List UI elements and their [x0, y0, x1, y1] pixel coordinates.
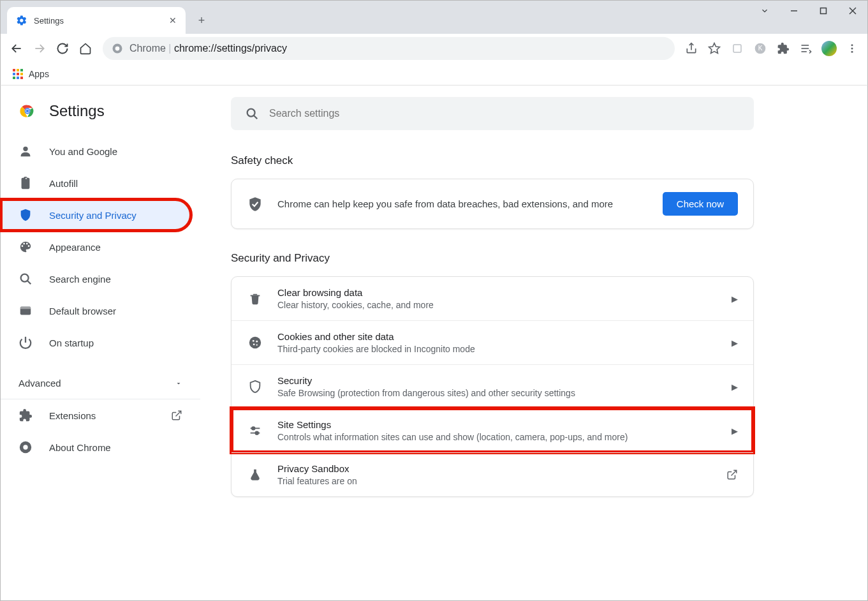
- chevron-down-icon[interactable]: [750, 1, 779, 21]
- svg-line-34: [27, 281, 31, 284]
- row-subtitle: Controls what information sites can use …: [277, 432, 717, 442]
- svg-point-16: [851, 44, 853, 46]
- svg-point-7: [115, 46, 120, 50]
- svg-point-33: [21, 274, 29, 282]
- new-tab-button[interactable]: +: [192, 11, 211, 30]
- row-site-settings[interactable]: Site SettingsControls what information s…: [232, 408, 753, 452]
- main-content: Safety check Chrome can help keep you sa…: [200, 85, 867, 600]
- window-close-button[interactable]: [838, 1, 867, 21]
- advanced-label: Advanced: [18, 378, 61, 389]
- svg-rect-27: [20, 77, 23, 79]
- row-title: Security: [277, 375, 717, 386]
- sidebar-item-default-browser[interactable]: Default browser: [1, 295, 191, 327]
- sidebar-item-label: You and Google: [49, 146, 117, 157]
- gear-icon: [16, 15, 27, 26]
- svg-line-54: [732, 470, 737, 475]
- svg-point-45: [249, 337, 261, 348]
- search-input[interactable]: [269, 108, 740, 119]
- svg-point-47: [256, 341, 258, 343]
- svg-rect-20: [17, 69, 19, 71]
- back-button[interactable]: [6, 38, 27, 59]
- svg-text:K: K: [758, 45, 763, 52]
- chevron-right-icon: ▶: [732, 382, 738, 392]
- sidebar-item-security-privacy[interactable]: Security and Privacy: [1, 199, 191, 231]
- extensions-icon[interactable]: [773, 38, 793, 59]
- sidebar-item-you-and-google[interactable]: You and Google: [1, 135, 191, 167]
- chevron-right-icon: ▶: [732, 294, 738, 304]
- about-label: About Chrome: [49, 442, 111, 453]
- svg-rect-21: [20, 69, 23, 71]
- star-icon[interactable]: [704, 38, 725, 59]
- row-privacy-sandbox[interactable]: Privacy SandboxTrial features are on: [232, 452, 753, 496]
- browser-tab[interactable]: Settings ✕: [7, 7, 186, 34]
- browser-icon: [18, 304, 33, 318]
- extension-icon-1[interactable]: [727, 38, 747, 59]
- svg-point-46: [253, 340, 254, 342]
- check-now-button[interactable]: Check now: [663, 192, 738, 216]
- reload-button[interactable]: [52, 38, 73, 59]
- forward-button[interactable]: [29, 38, 50, 59]
- sidebar-advanced[interactable]: Advanced: [1, 367, 200, 399]
- apps-label[interactable]: Apps: [29, 69, 49, 79]
- sidebar-item-on-startup[interactable]: On startup: [1, 327, 191, 359]
- apps-icon[interactable]: [12, 68, 24, 80]
- extension-icon-2[interactable]: K: [750, 38, 770, 59]
- sidebar: Settings You and Google Autofill Securit…: [1, 85, 200, 600]
- power-icon: [18, 336, 33, 350]
- search-icon: [18, 272, 33, 286]
- sidebar-extensions[interactable]: Extensions: [1, 399, 200, 431]
- svg-point-17: [851, 47, 853, 49]
- minimize-button[interactable]: [779, 1, 809, 21]
- profile-avatar[interactable]: [819, 38, 839, 59]
- sidebar-item-search-engine[interactable]: Search engine: [1, 263, 191, 295]
- settings-page: Settings You and Google Autofill Securit…: [0, 85, 868, 601]
- sidebar-about-chrome[interactable]: About Chrome: [1, 431, 200, 463]
- sidebar-item-label: Search engine: [49, 274, 111, 285]
- svg-point-48: [253, 343, 255, 345]
- brand-row: Settings: [1, 97, 200, 135]
- home-button[interactable]: [75, 38, 96, 59]
- security-privacy-title: Security and Privacy: [231, 252, 754, 265]
- row-title: Site Settings: [277, 419, 717, 430]
- address-bar[interactable]: Chrome | chrome://settings/privacy: [103, 37, 675, 60]
- chrome-icon: [18, 440, 33, 454]
- svg-rect-44: [251, 295, 260, 297]
- safety-check-card: Chrome can help keep you safe from data …: [231, 179, 754, 229]
- sidebar-item-label: Security and Privacy: [49, 210, 136, 221]
- row-cookies[interactable]: Cookies and other site dataThird-party c…: [232, 320, 753, 364]
- svg-rect-25: [13, 77, 15, 79]
- search-settings[interactable]: [231, 97, 754, 130]
- row-security[interactable]: SecuritySafe Browsing (protection from d…: [232, 364, 753, 408]
- safety-text: Chrome can help keep you safe from data …: [277, 198, 649, 209]
- safety-check-title: Safety check: [231, 154, 754, 167]
- svg-point-49: [256, 345, 258, 346]
- extensions-label: Extensions: [49, 410, 96, 421]
- sidebar-item-autofill[interactable]: Autofill: [1, 167, 191, 199]
- tab-title: Settings: [34, 16, 169, 26]
- reading-list-icon[interactable]: [796, 38, 816, 59]
- cookie-icon: [247, 334, 263, 351]
- trash-icon: [247, 290, 263, 307]
- sidebar-item-label: Appearance: [49, 242, 101, 253]
- palette-icon: [18, 240, 33, 254]
- svg-point-41: [23, 445, 27, 449]
- maximize-button[interactable]: [809, 1, 838, 21]
- svg-rect-26: [17, 77, 19, 79]
- svg-rect-24: [20, 73, 23, 75]
- svg-marker-9: [709, 43, 720, 53]
- sidebar-item-appearance[interactable]: Appearance: [1, 231, 191, 263]
- sliders-icon: [247, 422, 263, 439]
- svg-rect-1: [821, 8, 827, 14]
- svg-point-42: [247, 109, 255, 117]
- security-privacy-card: Clear browsing dataClear history, cookie…: [231, 276, 754, 497]
- row-clear-browsing-data[interactable]: Clear browsing dataClear history, cookie…: [232, 277, 753, 320]
- shield-icon: [247, 378, 263, 395]
- window-titlebar: Settings ✕ +: [0, 0, 868, 34]
- menu-icon[interactable]: [842, 38, 862, 59]
- svg-point-18: [851, 50, 853, 52]
- share-icon[interactable]: [681, 38, 702, 59]
- row-subtitle: Clear history, cookies, cache, and more: [277, 300, 717, 310]
- svg-rect-23: [17, 73, 19, 75]
- close-icon[interactable]: ✕: [169, 15, 177, 26]
- svg-rect-10: [733, 45, 741, 52]
